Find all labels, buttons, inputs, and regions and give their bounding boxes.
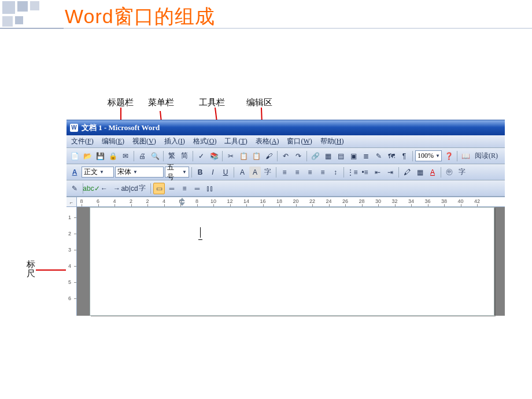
print-preview-icon[interactable]: 🔍 bbox=[149, 150, 161, 162]
highlight-icon[interactable]: 🖍 bbox=[401, 167, 413, 178]
ruler-h-tick: 26 bbox=[342, 198, 348, 204]
separator bbox=[441, 167, 441, 178]
help-icon[interactable]: ❓ bbox=[443, 150, 455, 162]
ruler-h-tick: 22 bbox=[309, 198, 315, 204]
align-right-icon[interactable]: ≡ bbox=[304, 167, 316, 178]
spellcheck2-icon[interactable]: abc✓ bbox=[86, 183, 97, 194]
cut-icon[interactable]: ✂ bbox=[225, 150, 237, 162]
ruler-h-tick: 32 bbox=[391, 198, 397, 204]
copy-icon[interactable]: 📋 bbox=[238, 150, 249, 162]
prev-error-icon[interactable]: ← bbox=[98, 183, 110, 194]
align-justify-icon[interactable]: ≡ bbox=[317, 167, 328, 178]
new-doc-icon[interactable]: 📄 bbox=[69, 150, 80, 162]
separator bbox=[276, 167, 276, 178]
text-cursor bbox=[200, 227, 201, 238]
styles-pane-icon[interactable]: A bbox=[69, 167, 80, 178]
title-bar[interactable]: W 文档 1 - Microsoft Word bbox=[66, 120, 505, 135]
undo-icon[interactable]: ↶ bbox=[280, 150, 291, 162]
line-spacing-icon[interactable]: ↕ bbox=[330, 167, 341, 178]
slide-title: Word窗口的组成 bbox=[65, 3, 215, 30]
hyperlink-icon[interactable]: 🔗 bbox=[309, 150, 321, 162]
mail-icon[interactable]: ✉ bbox=[120, 150, 131, 162]
bulleted-list-icon[interactable]: •≡ bbox=[359, 167, 371, 178]
ruler-h-tick: 16 bbox=[260, 198, 265, 204]
separator bbox=[412, 151, 413, 161]
read-mode-label[interactable]: 阅读(R) bbox=[472, 151, 500, 161]
phonetic-guide-icon[interactable]: ㊥ bbox=[444, 167, 455, 178]
label-title-bar: 标题栏 bbox=[108, 97, 134, 108]
align-center-icon[interactable]: ≡ bbox=[291, 167, 303, 178]
document-page[interactable] bbox=[90, 207, 494, 316]
spellcheck-icon[interactable]: ✓ bbox=[195, 150, 207, 162]
columns-icon[interactable]: ≣ bbox=[360, 150, 372, 162]
chinese-trad-icon[interactable]: 繁 bbox=[166, 150, 178, 162]
thesaurus-icon[interactable]: ab|cd bbox=[124, 183, 135, 194]
view-outline-icon[interactable]: ═ bbox=[191, 183, 203, 194]
style-combo[interactable]: 正文▼ bbox=[82, 167, 114, 178]
ink-start-icon[interactable]: ✎ bbox=[69, 183, 80, 194]
ruler-v-tick: 6 bbox=[68, 295, 71, 301]
view-print-icon[interactable]: ≡ bbox=[179, 183, 190, 194]
ruler-h-tick: 8 bbox=[80, 198, 83, 204]
borders-icon[interactable]: ▦ bbox=[414, 167, 426, 178]
doc-map-icon[interactable]: 🗺 bbox=[386, 150, 397, 162]
char-scaling-icon[interactable]: 字 bbox=[262, 167, 274, 178]
ruler-h-tick: 12 bbox=[227, 198, 232, 204]
zoom-combo[interactable]: 100%▼ bbox=[415, 150, 442, 161]
menu-format[interactable]: 格式(O) bbox=[191, 136, 219, 147]
save-icon[interactable]: 💾 bbox=[94, 150, 106, 162]
permissions-icon[interactable]: 🔒 bbox=[107, 150, 119, 162]
menu-edit[interactable]: 编辑(E) bbox=[99, 136, 127, 147]
ruler-h-tick: 2 bbox=[130, 198, 132, 204]
font-size-combo[interactable]: 五号▼ bbox=[165, 167, 189, 178]
view-reading-icon[interactable]: ⫿⫿ bbox=[204, 183, 216, 194]
chinese-simp-icon[interactable]: 简 bbox=[179, 150, 190, 162]
excel-icon[interactable]: ▣ bbox=[348, 150, 359, 162]
separator bbox=[306, 151, 307, 161]
indent-dec-icon[interactable]: ⇤ bbox=[372, 167, 383, 178]
ruler-v-tick: 2 bbox=[68, 231, 71, 237]
menu-file[interactable]: 文件(F) bbox=[69, 136, 96, 147]
ruler-h-tick: 20 bbox=[293, 198, 298, 204]
view-web-icon[interactable]: ▭ bbox=[153, 183, 165, 194]
drawing-icon[interactable]: ✎ bbox=[373, 150, 385, 162]
redo-icon[interactable]: ↷ bbox=[293, 150, 304, 162]
word-count-icon[interactable]: 字 bbox=[136, 183, 148, 194]
read-mode-icon[interactable]: 📖 bbox=[460, 150, 471, 162]
menu-help[interactable]: 帮助(H) bbox=[318, 136, 346, 147]
insert-table-icon[interactable]: ▤ bbox=[335, 150, 346, 162]
indent-marker[interactable] bbox=[179, 198, 185, 206]
research-icon[interactable]: 📚 bbox=[208, 150, 220, 162]
ruler-h-tick: 34 bbox=[408, 198, 414, 204]
underline-icon[interactable]: U bbox=[220, 167, 231, 178]
indent-inc-icon[interactable]: ⇥ bbox=[385, 167, 396, 178]
menu-insert[interactable]: 插入(I) bbox=[162, 136, 187, 147]
enclose-char-icon[interactable]: 字 bbox=[456, 167, 468, 178]
italic-icon[interactable]: I bbox=[207, 167, 219, 178]
menu-table[interactable]: 表格(A) bbox=[253, 136, 282, 147]
ruler-h-tick: 18 bbox=[276, 198, 282, 204]
separator bbox=[222, 151, 223, 161]
font-color-icon[interactable]: A bbox=[427, 167, 438, 178]
bold-icon[interactable]: B bbox=[194, 167, 206, 178]
align-left-icon[interactable]: ≡ bbox=[279, 167, 290, 178]
font-combo[interactable]: 宋体▼ bbox=[115, 167, 164, 178]
menu-view[interactable]: 视图(V) bbox=[130, 136, 158, 147]
char-border-icon[interactable]: A bbox=[237, 167, 248, 178]
ruler-vertical[interactable]: 123456 bbox=[66, 207, 77, 316]
open-icon[interactable]: 📂 bbox=[82, 150, 93, 162]
show-marks-icon[interactable]: ¶ bbox=[398, 150, 410, 162]
ruler-corner-box[interactable]: ⌐ bbox=[66, 197, 77, 206]
menu-tools[interactable]: 工具(T) bbox=[222, 136, 249, 147]
view-normal-icon[interactable]: ═ bbox=[166, 183, 178, 194]
label-toolbar: 工具栏 bbox=[199, 97, 225, 108]
print-icon[interactable]: 🖨 bbox=[136, 150, 148, 162]
table-icon[interactable]: ▦ bbox=[322, 150, 334, 162]
format-painter-icon[interactable]: 🖌 bbox=[263, 150, 275, 162]
ruler-horizontal[interactable]: ⌐ 86422468101214161820222426283032343638… bbox=[66, 197, 505, 207]
paste-icon[interactable]: 📋 bbox=[250, 150, 262, 162]
menu-window[interactable]: 窗口(W) bbox=[285, 136, 314, 147]
char-shading-icon[interactable]: A bbox=[249, 167, 261, 178]
ruler-v-tick: 4 bbox=[68, 263, 71, 269]
numbered-list-icon[interactable]: ⋮≡ bbox=[346, 167, 358, 178]
